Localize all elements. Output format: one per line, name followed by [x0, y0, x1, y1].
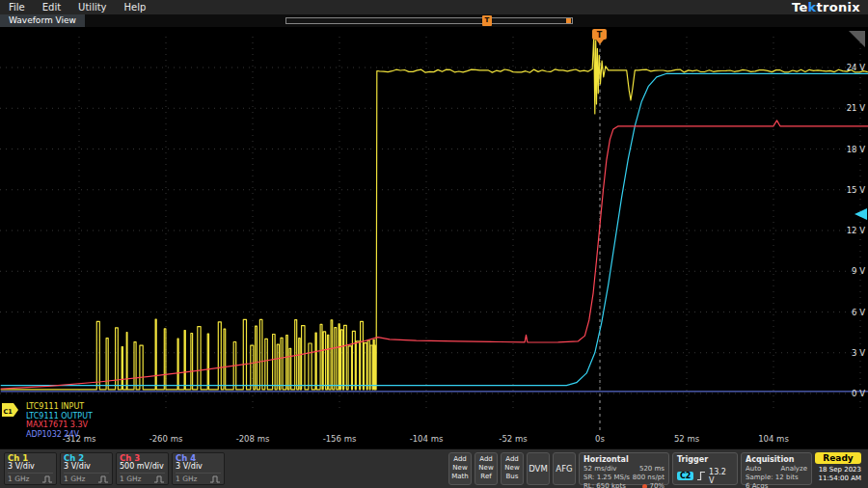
tektronix-logo: Tektronix	[792, 0, 860, 14]
channel-label-ch4: ADP1032 24V	[26, 430, 93, 440]
overview-end-marker	[566, 18, 571, 23]
ch1-reference-label: C1	[4, 408, 14, 416]
horizontal-title: Horizontal	[583, 455, 665, 465]
rising-edge-icon	[696, 471, 706, 481]
ch2-bandwidth: 1 GHz	[64, 474, 86, 483]
acquisition-mode: Auto	[746, 465, 761, 474]
channel-badge-ch4[interactable]: Ch 4 3 V/div 1 GHz	[172, 452, 225, 485]
trigger-panel[interactable]: Trigger C2 13.2 V	[672, 452, 738, 485]
ch1-scale: 3 V/div	[8, 463, 53, 472]
y-axis-label: 24 V	[847, 63, 866, 72]
trigger-title: Trigger	[677, 455, 733, 465]
channel-badge-ch2[interactable]: Ch 2 3 V/div 1 GHz	[60, 452, 113, 485]
trigger-flag-pointer	[596, 40, 604, 44]
acquisition-panel[interactable]: Acquisition AutoAnalyze Sample: 12 bits …	[741, 452, 812, 485]
ch4-bandwidth: 1 GHz	[176, 474, 198, 483]
trigger-source-badge[interactable]: C2	[677, 472, 693, 480]
y-axis-label: 9 V	[852, 266, 865, 276]
trigger-flag-label: T	[597, 31, 603, 40]
ch4-scale: 3 V/div	[176, 463, 221, 472]
status-time: 11:54:00 AM	[815, 474, 861, 483]
menu-file[interactable]: File	[0, 0, 34, 14]
y-axis-label: 15 V	[847, 185, 866, 195]
ch2-scale: 3 V/div	[64, 463, 109, 472]
bottom-bar-spacer	[228, 452, 446, 485]
sample-rate: SR: 1.25 MS/s	[583, 474, 630, 482]
scope-graticule[interactable]: TC1-312 ms-260 ms-208 ms-156 ms-104 ms-5…	[0, 27, 868, 448]
horizontal-panel[interactable]: Horizontal 52 ms/div520 ms SR: 1.25 MS/s…	[579, 452, 669, 485]
x-axis-label: -260 ms	[149, 434, 183, 444]
horizontal-window: 520 ms	[639, 465, 665, 474]
add-new-bus-button[interactable]: AddNewBus	[501, 452, 524, 485]
ch3-scale: 500 mV/div	[120, 463, 165, 472]
bottom-control-bar: Ch 1 3 V/div 1 GHz Ch 2 3 V/div 1 GHz Ch…	[0, 448, 868, 488]
sample-interval: 800 ns/pt	[633, 474, 665, 482]
record-length: RL: 650 kpts	[583, 482, 626, 488]
channel-badge-ch3[interactable]: Ch 3 500 mV/div 1 GHz	[116, 452, 169, 485]
y-axis-label: 18 V	[847, 145, 866, 154]
x-axis-label: 0s	[595, 434, 605, 444]
overview-trigger-marker[interactable]: T	[482, 15, 492, 26]
ch3-max17671-3v3	[1, 121, 868, 389]
x-axis-label: -208 ms	[236, 434, 270, 444]
acquisition-overview-bar[interactable]: T	[285, 17, 573, 24]
y-axis-label: 0 V	[852, 389, 865, 398]
corner-expand-handle[interactable]	[849, 31, 865, 47]
menu-bar: File Edit Utility Help Tektronix	[0, 0, 868, 14]
trigger-level-marker[interactable]	[854, 208, 867, 220]
dvm-button[interactable]: DVM	[527, 452, 550, 485]
acquisition-title: Acquisition	[746, 455, 807, 465]
trigger-level-value: 13.2 V	[709, 468, 733, 485]
add-new-math-button[interactable]: AddNewMath	[448, 452, 472, 485]
add-new-ref-button[interactable]: AddNewRef	[475, 452, 498, 485]
x-axis-label: 104 ms	[758, 434, 789, 444]
status-date: 18 Sep 2023	[815, 466, 861, 474]
status-column: Ready 18 Sep 2023 11:54:00 AM	[815, 452, 861, 485]
x-axis-label: -104 ms	[410, 434, 444, 444]
y-axis-label: 3 V	[852, 348, 865, 358]
waveform-shape-icon	[98, 475, 109, 483]
ch1-ltc9111-input	[1, 35, 868, 390]
channel-label-ch3: MAX17671 3.3V	[26, 420, 93, 430]
waveform-shape-icon	[210, 475, 221, 483]
compress-indicator: 70%	[642, 482, 665, 488]
waveform-shape-icon	[42, 475, 53, 483]
afg-button[interactable]: AFG	[553, 452, 576, 485]
acquisition-analyze: Analyze	[780, 465, 807, 474]
waveform-shape-icon	[154, 475, 165, 483]
acquisition-sample: Sample: 12 bits	[746, 474, 799, 482]
channel-badge-ch1[interactable]: Ch 1 3 V/div 1 GHz	[4, 452, 57, 485]
compress-dot-icon	[642, 484, 647, 488]
x-axis-label: -156 ms	[323, 434, 357, 444]
horizontal-scale: 52 ms/div	[583, 465, 617, 474]
channel-label-ch2: LTC9111 OUTPUT	[26, 412, 93, 421]
menu-utility[interactable]: Utility	[69, 0, 115, 14]
channel-label-ch1: LTC9111 INPUT	[26, 402, 93, 412]
tab-waveform-view[interactable]: Waveform View	[0, 14, 85, 27]
x-axis-label: 52 ms	[674, 434, 700, 444]
x-axis-label: -52 ms	[499, 434, 528, 444]
y-axis-label: 12 V	[847, 226, 866, 235]
y-axis-label: 21 V	[847, 103, 866, 113]
channel-labels-overlay: LTC9111 INPUT LTC9111 OUTPUT MAX17671 3.…	[26, 402, 93, 439]
menu-edit[interactable]: Edit	[34, 0, 69, 14]
ch3-bandwidth: 1 GHz	[120, 474, 142, 483]
acquisition-count: 6 Acqs	[746, 482, 768, 488]
ch2-ltc9111-output	[1, 73, 868, 385]
view-tab-strip: Waveform View T	[0, 14, 868, 27]
y-axis-label: 6 V	[852, 308, 865, 317]
ready-status-button[interactable]: Ready	[815, 452, 861, 464]
waveform-display[interactable]: TC1-312 ms-260 ms-208 ms-156 ms-104 ms-5…	[0, 27, 868, 448]
menu-help[interactable]: Help	[116, 0, 155, 14]
ch1-bandwidth: 1 GHz	[8, 474, 30, 483]
